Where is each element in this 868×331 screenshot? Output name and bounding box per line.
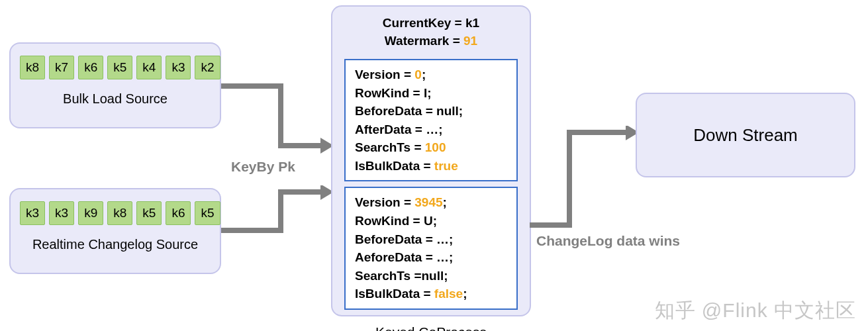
coprocess-title: Keyed CoProcess bbox=[332, 315, 530, 331]
record-panel-2: Version = 3945; RowKind = U; BeforeData … bbox=[344, 187, 518, 309]
searchts-value: null bbox=[422, 269, 444, 283]
isbulk-label: IsBulkData = bbox=[355, 287, 434, 301]
before-label: BeforeData = bbox=[355, 232, 436, 246]
watermark-label: Watermark = bbox=[385, 34, 463, 48]
suffix: ; bbox=[459, 104, 463, 118]
key-chip: k5 bbox=[136, 201, 162, 225]
realtime-source-label: Realtime Changelog Source bbox=[11, 237, 220, 252]
coprocess-header: CurrentKey = k1 Watermark = 91 bbox=[332, 7, 530, 54]
currentkey-label: CurrentKey = bbox=[383, 16, 465, 30]
before-value: … bbox=[436, 232, 449, 246]
isbulk-label: IsBulkData = bbox=[355, 159, 434, 173]
isbulk-value: false bbox=[434, 287, 463, 301]
suffix: ; bbox=[427, 86, 431, 100]
key-chip: k5 bbox=[195, 201, 220, 225]
version-label: Version = bbox=[355, 68, 414, 81]
watermark-value: 91 bbox=[463, 34, 477, 48]
version-value: 0 bbox=[414, 68, 422, 81]
searchts-label: SearchTs = bbox=[355, 140, 425, 154]
key-chip: k4 bbox=[136, 56, 162, 79]
after-value: … bbox=[436, 250, 449, 264]
realtime-key-list: k3 k3 k9 k8 k5 k6 k5 bbox=[11, 189, 220, 232]
key-chip: k2 bbox=[195, 56, 220, 79]
searchts-label: SearchTs = bbox=[355, 269, 422, 283]
suffix: ; bbox=[444, 269, 448, 283]
suffix: ; bbox=[463, 287, 467, 301]
changelog-wins-label: ChangeLog data wins bbox=[536, 233, 680, 249]
keyby-label: KeyBy Pk bbox=[231, 159, 295, 175]
suffix: ; bbox=[449, 250, 453, 264]
after-value: … bbox=[426, 122, 438, 136]
searchts-value: 100 bbox=[425, 140, 446, 154]
isbulk-value: true bbox=[434, 159, 458, 173]
key-chip: k6 bbox=[78, 56, 103, 79]
version-label: Version = bbox=[355, 195, 414, 209]
keyed-coprocess-box: CurrentKey = k1 Watermark = 91 Version =… bbox=[331, 5, 531, 316]
key-chip: k9 bbox=[78, 201, 103, 225]
key-chip: k3 bbox=[166, 56, 191, 79]
arrow-realtime-to-coprocess bbox=[221, 185, 334, 238]
currentkey-value: k1 bbox=[465, 16, 479, 30]
key-chip: k8 bbox=[20, 56, 45, 79]
rowkind-value: U bbox=[424, 214, 433, 228]
key-chip: k8 bbox=[107, 201, 132, 225]
realtime-source-box: k3 k3 k9 k8 k5 k6 k5 Realtime Changelog … bbox=[9, 188, 221, 274]
rowkind-label: RowKind = bbox=[355, 86, 424, 100]
bulk-key-list: k8 k7 k6 k5 k4 k3 k2 bbox=[11, 44, 220, 86]
image-watermark: 知乎 @Flink 中文社区 bbox=[655, 297, 856, 324]
after-label: AfterData = bbox=[355, 122, 426, 136]
record-panel-1: Version = 0; RowKind = I; BeforeData = n… bbox=[344, 59, 518, 181]
key-chip: k5 bbox=[107, 56, 132, 79]
arrow-bulk-to-coprocess bbox=[221, 79, 334, 159]
key-chip: k6 bbox=[166, 201, 191, 225]
key-chip: k7 bbox=[49, 56, 74, 79]
bulk-load-source-box: k8 k7 k6 k5 k4 k3 k2 Bulk Load Source bbox=[9, 42, 221, 128]
suffix: ; bbox=[443, 195, 447, 209]
suffix: ; bbox=[438, 122, 442, 136]
suffix: ; bbox=[449, 232, 453, 246]
arrow-to-downstream bbox=[530, 126, 639, 232]
key-chip: k3 bbox=[20, 201, 45, 225]
suffix: ; bbox=[433, 214, 437, 228]
after-label: AeforeData = bbox=[355, 250, 436, 264]
version-value: 3945 bbox=[414, 195, 442, 209]
before-label: BeforeData = bbox=[355, 104, 436, 118]
downstream-label: Down Stream bbox=[693, 125, 798, 146]
suffix: ; bbox=[422, 68, 426, 81]
bulk-source-label: Bulk Load Source bbox=[11, 91, 220, 107]
before-value: null bbox=[436, 104, 459, 118]
key-chip: k3 bbox=[49, 201, 74, 225]
rowkind-label: RowKind = bbox=[355, 214, 424, 228]
downstream-box: Down Stream bbox=[636, 93, 855, 177]
